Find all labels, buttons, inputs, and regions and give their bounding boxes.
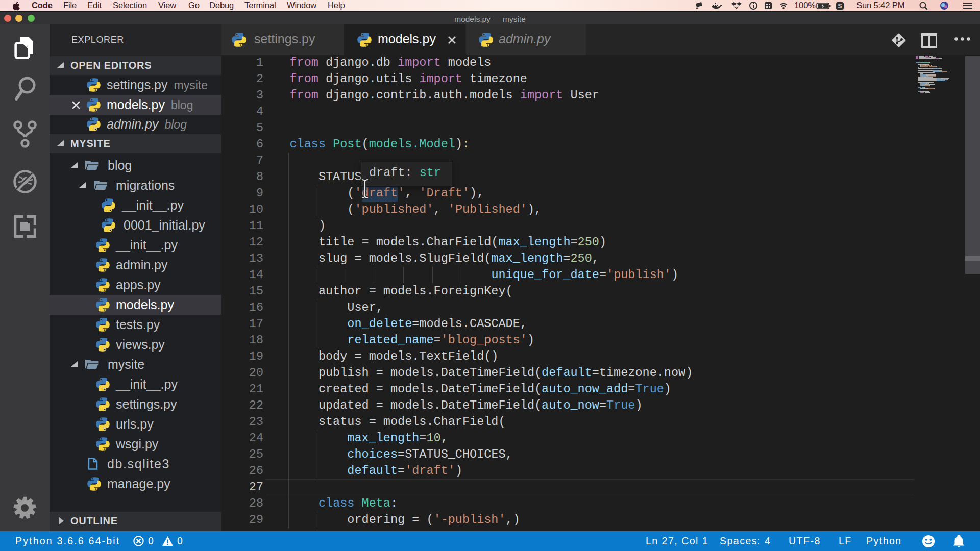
svg-text:S: S xyxy=(838,3,842,10)
